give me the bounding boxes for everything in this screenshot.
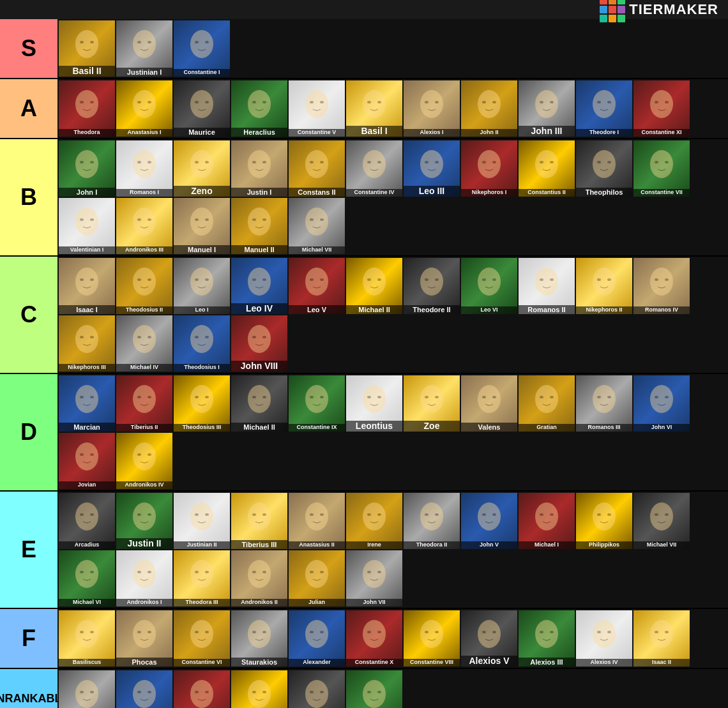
list-item[interactable]: John II (461, 80, 517, 137)
list-item[interactable]: Basil II (59, 20, 115, 77)
list-item[interactable]: Leo IV (231, 258, 287, 314)
list-item[interactable]: Constantine V (289, 80, 345, 137)
list-item[interactable]: Constantine IX (289, 375, 345, 432)
list-item[interactable]: Andronikos IV (116, 433, 172, 489)
list-item[interactable]: Andronikos II (231, 550, 287, 606)
list-item[interactable]: Gratian (519, 375, 575, 432)
list-item[interactable]: Nikephoros III (59, 315, 115, 372)
list-item[interactable]: Maurice (174, 80, 230, 137)
list-item[interactable]: Zeno (174, 140, 230, 197)
list-item[interactable]: John VIII (231, 315, 287, 372)
list-item[interactable]: John VII (346, 550, 402, 606)
list-item[interactable]: Michael II (231, 375, 287, 432)
list-item[interactable]: Constantine IV (346, 140, 402, 197)
list-item[interactable]: Isaac I (59, 258, 115, 314)
list-item[interactable]: Constantine X (346, 610, 402, 667)
list-item[interactable]: Michael VI (59, 550, 115, 606)
list-item[interactable]: Michael VII (289, 198, 345, 254)
list-item[interactable]: Valens (461, 375, 517, 432)
list-item[interactable]: Manuel II (231, 198, 287, 254)
list-item[interactable]: Alexios III (519, 610, 575, 667)
list-item[interactable]: Justin I (231, 140, 287, 197)
list-item[interactable]: Isaac II (633, 610, 690, 667)
list-item[interactable]: Anastasius I (116, 80, 172, 137)
list-item[interactable]: Theodosius I (174, 315, 230, 372)
item-name-label: Constantine IV (346, 189, 402, 197)
list-item[interactable]: Valentinian I (59, 198, 115, 254)
list-item[interactable]: Jovian (59, 433, 115, 489)
list-item[interactable]: Alexios II (289, 670, 345, 708)
list-item[interactable]: Zoe (404, 375, 460, 432)
list-item[interactable]: Manuel I (174, 198, 230, 254)
list-item[interactable]: Andronikos III (116, 198, 172, 254)
list-item[interactable]: Nikephoros II (576, 258, 632, 314)
list-item[interactable]: John IV (346, 670, 402, 708)
list-item[interactable]: Constantius II (519, 140, 575, 197)
list-item[interactable]: Nikephoros I (461, 140, 517, 197)
list-item[interactable]: Michael II (346, 258, 402, 314)
list-item[interactable]: Anastasius II (289, 493, 345, 549)
list-item[interactable]: John I (59, 140, 115, 197)
list-item[interactable]: Leontius (346, 375, 402, 432)
list-item[interactable]: Heraclonas (116, 670, 172, 708)
list-item[interactable]: Heraclius (231, 80, 287, 137)
list-item[interactable]: Constantine VII (633, 140, 690, 197)
list-item[interactable]: Constans (174, 670, 230, 708)
list-item[interactable]: Theodora II (404, 493, 460, 549)
list-item[interactable]: Constantine VIII (404, 610, 460, 667)
svg-point-200 (550, 513, 554, 516)
list-item[interactable]: Theodora III (174, 550, 230, 606)
list-item[interactable]: Leo III (404, 140, 460, 197)
list-item[interactable]: Leo I (174, 258, 230, 314)
list-item[interactable]: Constantine I (174, 20, 230, 77)
svg-point-255 (650, 620, 673, 648)
svg-point-106 (367, 278, 371, 281)
list-item[interactable]: John III (519, 80, 575, 137)
list-item[interactable]: Romanos III (576, 375, 632, 432)
list-item[interactable]: Justin II (116, 493, 172, 549)
list-item[interactable]: Romanos I (116, 140, 172, 197)
list-item[interactable]: Andronikos I (116, 550, 172, 606)
list-item[interactable]: Philippikos (576, 493, 632, 549)
list-item[interactable]: Justinian I (116, 20, 172, 77)
list-item[interactable]: Theodore I (576, 80, 632, 137)
list-item[interactable]: Justinian II (174, 493, 230, 549)
list-item[interactable]: Staurakios (231, 610, 287, 667)
svg-point-203 (607, 513, 611, 516)
list-item[interactable]: Theophilos (576, 140, 632, 197)
list-item[interactable]: Michael VII (633, 493, 690, 549)
list-item[interactable]: John VI (633, 375, 690, 432)
list-item[interactable]: Leo II (59, 670, 115, 708)
list-item[interactable]: Basiliscus (59, 610, 115, 667)
list-item[interactable]: Michael V (231, 670, 287, 708)
list-item[interactable]: Romanos IV (633, 258, 690, 314)
svg-point-33 (535, 90, 558, 118)
list-item[interactable]: Arcadius (59, 493, 115, 549)
list-item[interactable]: Constantine XI (633, 80, 690, 137)
list-item[interactable]: Theodosius II (116, 258, 172, 314)
svg-point-167 (665, 396, 669, 398)
list-item[interactable]: Alexios I (404, 80, 460, 137)
list-item[interactable]: Leo VI (461, 258, 517, 314)
list-item[interactable]: John V (461, 493, 517, 549)
list-item[interactable]: Theodosius III (174, 375, 230, 432)
list-item[interactable]: Alexios IV (576, 610, 632, 667)
list-item[interactable]: Constantine VI (174, 610, 230, 667)
list-item[interactable]: Leo V (289, 258, 345, 314)
list-item[interactable]: Constans II (289, 140, 345, 197)
list-item[interactable]: Marcian (59, 375, 115, 432)
list-item[interactable]: Basil I (346, 80, 402, 137)
list-item[interactable]: Julian (289, 550, 345, 606)
list-item[interactable]: Romanos II (519, 258, 575, 314)
list-item[interactable]: Michael I (519, 493, 575, 549)
list-item[interactable]: Tiberius III (231, 493, 287, 549)
list-item[interactable]: Michael IV (116, 315, 172, 372)
list-item[interactable]: Irene (346, 493, 402, 549)
svg-point-66 (535, 150, 558, 178)
list-item[interactable]: Theodore II (404, 258, 460, 314)
list-item[interactable]: Phocas (116, 610, 172, 667)
list-item[interactable]: Alexios V (461, 610, 517, 667)
list-item[interactable]: Theodora (59, 80, 115, 137)
list-item[interactable]: Alexander (289, 610, 345, 667)
list-item[interactable]: Tiberius II (116, 375, 172, 432)
